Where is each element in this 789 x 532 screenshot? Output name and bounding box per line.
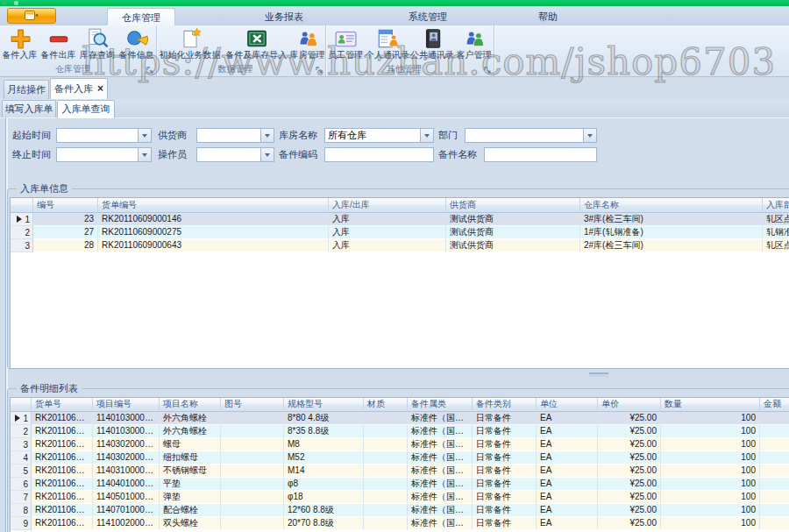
- sub-tab-2[interactable]: 入库单查询: [57, 100, 115, 118]
- ribbon-button-3-1[interactable]: 员工管理: [326, 26, 366, 60]
- column-header[interactable]: 材质: [364, 398, 408, 412]
- ribbon-button-label: 库房管理: [290, 50, 325, 60]
- column-header[interactable]: 单位: [537, 398, 598, 412]
- table-row[interactable]: 3RK201106090...1140302000002螺母M8标准件（国产）日…: [11, 438, 789, 451]
- column-header[interactable]: 规格型号: [284, 398, 364, 412]
- table-row[interactable]: 4RK201106090...1140302000015细扣螺母M52标准件（国…: [11, 451, 789, 465]
- menu-tab-1[interactable]: 仓库管理: [107, 8, 175, 26]
- sub-tab-1[interactable]: 填写入库单: [2, 100, 56, 117]
- table-row[interactable]: 7RK201106090...1140501000009弹垫φ18标准件（国产）…: [11, 491, 789, 504]
- ribbon-button-1-1[interactable]: 备件入库: [1, 26, 39, 60]
- chevron-down-icon[interactable]: [583, 129, 596, 142]
- table-row[interactable]: 123RK20110609000146入库测试供货商3#库(检三车间)轧区点检: [11, 213, 789, 226]
- cell: 100: [661, 517, 760, 530]
- cell: 测试供货商: [446, 213, 580, 226]
- menu-tab-4[interactable]: 帮助: [528, 8, 568, 25]
- doc-tab-label: 月结操作: [7, 84, 46, 95]
- table-row[interactable]: 227RK20110609000275入库测试供货商1#库(轧钢准备)轧钢准备: [11, 226, 789, 239]
- chevron-down-icon[interactable]: [138, 129, 151, 142]
- column-header[interactable]: 货单编号: [98, 198, 329, 213]
- ribbon-button-1-2[interactable]: 备件出库: [39, 26, 78, 60]
- filter-combo-2-1[interactable]: [56, 147, 152, 162]
- customer-users-icon: [461, 27, 487, 50]
- table-row[interactable]: 1RK201106090...1140103000017外六角螺栓8*80 4.…: [11, 412, 789, 425]
- table-row[interactable]: 328RK20110609000643入库测试供货商2#库(检三车间)轧区点检: [11, 239, 789, 252]
- chevron-down-icon[interactable]: [260, 129, 274, 142]
- filter-combo-1-1[interactable]: [56, 128, 152, 143]
- close-tab-icon[interactable]: ×: [97, 82, 103, 95]
- cell: EA: [537, 465, 598, 478]
- table-row[interactable]: 9RK201106090...1141002000047双头螺栓20*70 8.…: [11, 517, 789, 530]
- app-window: 仓库管理业务报表系统管理帮助 备件入库备件出库 库存查询 备件信息仓库管理 初始…: [0, 0, 789, 532]
- filter-combo-1-3[interactable]: 所有仓库: [324, 128, 434, 143]
- column-header[interactable]: 金额: [760, 398, 789, 412]
- table-row[interactable]: 6RK201106090...1140401000006平垫φ8标准件（国产）日…: [11, 478, 789, 491]
- column-header[interactable]: 备件属类: [408, 398, 473, 412]
- column-header[interactable]: 图号: [221, 398, 284, 412]
- column-header[interactable]: 项目编号: [93, 398, 160, 412]
- cell: [760, 451, 789, 465]
- ribbon-button-1-3[interactable]: 库存查询: [78, 26, 117, 60]
- row-indicator-header[interactable]: [11, 198, 33, 213]
- column-header[interactable]: 编号: [33, 198, 98, 213]
- cell: ¥25.00: [598, 438, 661, 451]
- cell: [221, 438, 284, 451]
- filter-input-2-3[interactable]: [324, 147, 434, 162]
- ribbon-button-label: 公共通讯录: [410, 50, 454, 60]
- grid-splitter[interactable]: [0, 369, 789, 388]
- cell: RK201106090...: [32, 425, 93, 438]
- cell: 1141002000047: [93, 517, 160, 530]
- cell: 日常备件: [473, 425, 537, 438]
- filter-combo-1-4[interactable]: [465, 128, 597, 143]
- cell: 螺母: [160, 438, 221, 451]
- doc-tab-1[interactable]: 月结操作: [4, 80, 49, 99]
- ribbon-button-2-2[interactable]: 备件及库存导入: [224, 26, 290, 60]
- filter-combo-1-2[interactable]: [196, 128, 274, 143]
- ribbon-button-3-3[interactable]: 公共通讯录: [410, 26, 455, 60]
- column-header[interactable]: 供货商: [446, 198, 580, 213]
- column-header[interactable]: 单价: [598, 398, 661, 412]
- cell: 100: [661, 465, 760, 478]
- ribbon-button-2-1[interactable]: 初始化业务数据: [157, 26, 224, 60]
- filter-combo-2-2[interactable]: [196, 147, 274, 162]
- column-header[interactable]: 项目名称: [160, 398, 221, 412]
- column-header[interactable]: 入库部门: [763, 198, 789, 213]
- ribbon-button-2-3[interactable]: 库房管理: [290, 26, 325, 60]
- cell: 日常备件: [473, 451, 537, 465]
- ribbon-group-2: 初始化业务数据 备件及库存导入库房管理数据管理: [156, 25, 326, 76]
- dialog-launcher-icon[interactable]: [315, 66, 323, 74]
- application-menu-button[interactable]: [7, 8, 56, 24]
- menu-tab-2[interactable]: 业务报表: [252, 8, 316, 25]
- ribbon-button-label: 客户管理: [457, 50, 492, 60]
- column-header[interactable]: 仓库名称: [580, 198, 763, 213]
- ribbon-button-3-4[interactable]: 客户管理: [455, 26, 494, 60]
- table-row[interactable]: 8RK201106090...1140701000049配合螺栓12*60 8.…: [11, 504, 789, 517]
- chevron-down-icon[interactable]: [260, 148, 274, 161]
- dialog-launcher-icon[interactable]: [146, 66, 154, 74]
- row-indicator-header[interactable]: [11, 398, 32, 412]
- column-header[interactable]: 货单号: [32, 398, 93, 412]
- chevron-down-icon[interactable]: [420, 129, 433, 142]
- cell: ¥25.00: [598, 504, 661, 517]
- table-row[interactable]: 2RK201106090...1140103000011外六角螺栓8*35 8.…: [11, 425, 789, 438]
- cell: EA: [537, 517, 598, 530]
- cell: EA: [537, 504, 598, 517]
- dialog-launcher-icon[interactable]: [483, 66, 492, 74]
- cell: 1140103000011: [93, 425, 160, 438]
- chevron-down-icon[interactable]: [138, 148, 151, 161]
- doc-tab-2[interactable]: 备件入库×: [50, 78, 108, 99]
- cell: [364, 504, 408, 517]
- cell: [221, 478, 284, 491]
- cell: 1140302000002: [93, 438, 160, 451]
- column-header[interactable]: 备件类别: [473, 398, 537, 412]
- table-row[interactable]: 5RK201106090...1140310000010不锈钢螺母M14标准件（…: [11, 465, 789, 478]
- cell: 100: [661, 451, 760, 465]
- ribbon-button-3-2[interactable]: 个人通讯录: [366, 26, 410, 60]
- cell: 标准件（国产）: [408, 451, 473, 465]
- column-header[interactable]: 入库/出库: [329, 198, 446, 213]
- filter-input-2-4[interactable]: [484, 147, 597, 162]
- column-header[interactable]: 数量: [661, 398, 760, 412]
- cell: [364, 438, 408, 451]
- menu-tab-3[interactable]: 系统管理: [396, 8, 459, 25]
- ribbon-button-1-4[interactable]: 备件信息: [117, 26, 156, 60]
